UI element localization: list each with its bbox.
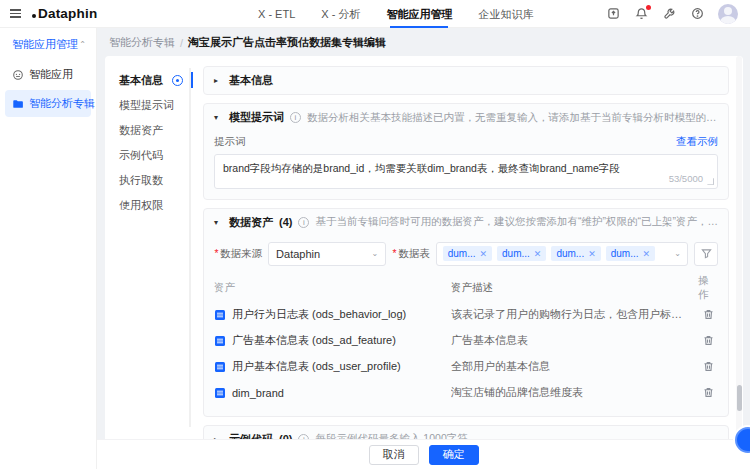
section-data-assets: ▾ 数据资产 (4) i 基于当前专辑问答时可用的数据资产，建议您按需添加有“维… (203, 208, 729, 417)
top-nav: X - ETL X - 分析 智能应用管理 企业知识库 (258, 0, 533, 28)
section-basic-info: ▸ 基本信息 (203, 66, 729, 95)
caret-expanded-icon: ▾ (214, 218, 223, 227)
table-tag: dum...✕ (551, 246, 600, 261)
logo-text: Dataphin (38, 6, 97, 21)
form-content: ▸ 基本信息 ▾ 模型提示词 i 数据分析相关基本技能描述已内置，无需重复输入，… (191, 56, 743, 439)
chevron-down-icon: ⌄ (371, 249, 378, 258)
notification-bell-icon[interactable] (634, 6, 649, 21)
delete-icon[interactable] (702, 386, 715, 399)
section-data-assets-header[interactable]: ▾ 数据资产 (4) i 基于当前专辑问答时可用的数据资产，建议您按需添加有“维… (204, 209, 728, 236)
prompt-label: 提示词 (214, 135, 246, 149)
top-right-actions (606, 4, 750, 24)
scrollbar-track[interactable] (736, 56, 742, 439)
left-sidebar: 智能应用管理 ⌃ 智能应用 智能分析专辑 (0, 28, 97, 469)
tag-close-icon[interactable]: ✕ (643, 249, 651, 259)
table-row: 用户行为日志表 (ods_behavior_log) 该表记录了用户的购物行为日… (214, 302, 718, 328)
asset-table: 资产 资产描述 操作 用户行为日志表 (ods_behavior_log) 该表… (214, 274, 718, 406)
footer-bar: 取消 确定 (97, 439, 750, 469)
cancel-button[interactable]: 取消 (369, 445, 419, 465)
section-sample-code-header[interactable]: ▸ 示例代码 (0) i 每段示例代码最多输入 1000字符 (204, 426, 728, 439)
delete-icon[interactable] (702, 334, 715, 347)
table-icon (214, 361, 226, 373)
caret-collapsed-icon: ▸ (214, 76, 223, 85)
tag-close-icon[interactable]: ✕ (479, 249, 487, 259)
section-model-prompt: ▾ 模型提示词 i 数据分析相关基本技能描述已内置，无需重复输入，请添加基于当前… (203, 103, 729, 200)
section-sample-code: ▸ 示例代码 (0) i 每段示例代码最多输入 1000字符 (203, 425, 729, 439)
section-model-prompt-header[interactable]: ▾ 模型提示词 i 数据分析相关基本技能描述已内置，无需重复输入，请添加基于当前… (204, 104, 728, 131)
anchor-item-execute-query[interactable]: 执行取数 (119, 168, 191, 193)
caret-expanded-icon: ▾ (214, 113, 223, 122)
dataphin-logo: Dataphin (32, 6, 97, 21)
funnel-icon (701, 248, 712, 259)
breadcrumb-parent[interactable]: 智能分析专辑 (109, 35, 175, 50)
anchor-active-icon (172, 75, 183, 86)
menu-toggle-icon[interactable] (0, 9, 30, 18)
section-basic-info-header[interactable]: ▸ 基本信息 (204, 67, 728, 94)
scrollbar-thumb[interactable] (737, 385, 742, 411)
table-tag: dum...✕ (606, 246, 655, 261)
folder-icon (12, 98, 24, 110)
table-icon (214, 335, 226, 347)
edit-panel: 基本信息 模型提示词 数据资产 示例代码 执行取数 使用权限 ▸ 基本信息 ▾ (105, 56, 743, 439)
nav-item-intelligent-app-mgmt[interactable]: 智能应用管理 (386, 0, 452, 28)
nav-item-enterprise-kb[interactable]: 企业知识库 (478, 0, 533, 28)
sidebar-title[interactable]: 智能应用管理 ⌃ (0, 28, 96, 59)
anchor-item-sample-code[interactable]: 示例代码 (119, 143, 191, 168)
info-icon: i (290, 112, 301, 123)
table-row: 用户基本信息表 (ods_user_profile) 全部用户的基本信息 (214, 354, 718, 380)
breadcrumb: 智能分析专辑 / 淘宝展示广告点击率预估数据集专辑编辑 (97, 28, 750, 56)
sidebar-item-label: 智能分析专辑 (29, 96, 95, 111)
data-source-select[interactable]: Dataphin ⌄ (268, 242, 386, 266)
asset-table-header: 资产 资产描述 操作 (214, 274, 718, 302)
view-example-link[interactable]: 查看示例 (676, 135, 718, 149)
info-icon: i (298, 217, 309, 228)
table-label: *数据表 (392, 247, 430, 261)
tag-close-icon[interactable]: ✕ (534, 249, 542, 259)
table-row: dim_brand 淘宝店铺的品牌信息维度表 (214, 380, 718, 406)
resize-handle-icon[interactable] (707, 178, 714, 185)
sidebar-item-analysis-album[interactable]: 智能分析专辑 (5, 90, 91, 117)
anchor-nav: 基本信息 模型提示词 数据资产 示例代码 执行取数 使用权限 (105, 56, 191, 439)
confirm-button[interactable]: 确定 (429, 445, 479, 465)
asset-filter-row: *数据来源 Dataphin ⌄ *数据表 dum...✕ dum...✕ du… (214, 242, 718, 266)
breadcrumb-current: 淘宝展示广告点击率预估数据集专辑编辑 (188, 35, 386, 50)
logo-dot-icon (32, 14, 36, 18)
main-area: 智能分析专辑 / 淘宝展示广告点击率预估数据集专辑编辑 基本信息 模型提示词 数… (97, 28, 750, 469)
sidebar-item-intelligent-app[interactable]: 智能应用 (5, 61, 91, 88)
anchor-item-data-assets[interactable]: 数据资产 (119, 118, 191, 143)
delete-icon[interactable] (702, 360, 715, 373)
filter-button[interactable] (694, 242, 718, 266)
tools-icon[interactable] (662, 6, 677, 21)
nav-item-x-etl[interactable]: X - ETL (258, 0, 295, 28)
delete-icon[interactable] (702, 308, 715, 321)
table-icon (214, 387, 226, 399)
char-counter: 53/5000 (669, 172, 703, 185)
chevron-down-icon: ⌄ (674, 249, 681, 258)
table-icon (214, 309, 226, 321)
tag-close-icon[interactable]: ✕ (588, 249, 596, 259)
source-label: *数据来源 (214, 247, 262, 261)
notification-badge (646, 5, 651, 10)
anchor-item-model-prompt[interactable]: 模型提示词 (119, 93, 191, 118)
user-avatar[interactable] (718, 4, 738, 24)
collapse-up-icon[interactable]: ⌃ (79, 40, 86, 49)
top-bar: Dataphin X - ETL X - 分析 智能应用管理 企业知识库 (0, 0, 750, 28)
app-icon (12, 69, 24, 81)
help-icon[interactable] (690, 6, 705, 21)
docs-icon[interactable] (606, 6, 621, 21)
anchor-item-basic-info[interactable]: 基本信息 (119, 68, 191, 93)
nav-item-x-analysis[interactable]: X - 分析 (321, 0, 360, 28)
table-tag: dum...✕ (443, 246, 492, 261)
data-table-multiselect[interactable]: dum...✕ dum...✕ dum...✕ dum...✕ ⌄ (436, 242, 688, 266)
table-row: 广告基本信息表 (ods_ad_feature) 广告基本信息表 (214, 328, 718, 354)
anchor-item-permissions[interactable]: 使用权限 (119, 193, 191, 218)
prompt-textarea[interactable]: brand字段均存储的是brand_id，均需要关联dim_brand表，最终查… (214, 154, 718, 189)
table-tag: dum...✕ (497, 246, 546, 261)
breadcrumb-separator: / (180, 37, 183, 49)
sidebar-item-label: 智能应用 (29, 67, 73, 82)
